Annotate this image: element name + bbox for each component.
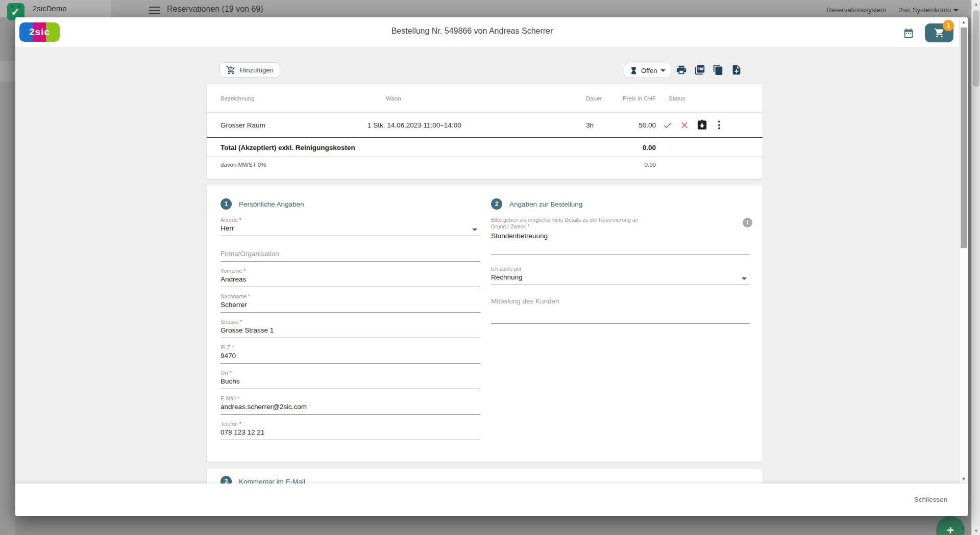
app-name: 2sicDemo xyxy=(33,4,67,13)
order-status-dropdown[interactable]: Offen xyxy=(624,63,671,78)
ort-value: Buchs xyxy=(220,377,480,389)
telefon-input[interactable]: Telefon * 078 123 12 21 xyxy=(220,421,480,440)
2sic-logo[interactable]: 2sic xyxy=(19,22,60,42)
pdf-icon xyxy=(694,64,705,75)
mitteilung-input[interactable]: Mitteilung des Kunden xyxy=(491,297,750,324)
chevron-down-icon xyxy=(660,69,666,72)
strasse-input[interactable]: Strasse * Grosse Strasse 1 xyxy=(220,319,480,338)
ort-label: Ort * xyxy=(220,370,480,376)
table-row: Grosser Raum 1 Stk. 14.06.2023 11:00–14:… xyxy=(207,113,763,138)
chevron-down-icon xyxy=(953,9,959,12)
background-right-strip xyxy=(968,17,971,535)
scroll-up-icon[interactable]: ▲ xyxy=(972,2,980,7)
item-name: Grosser Raum xyxy=(220,121,265,129)
personal-data-section: 1 Persönliche Angaben Anrede * Herr Firm… xyxy=(220,198,480,446)
nachname-label: Nachname * xyxy=(220,293,480,300)
grund-hint-line2: Grund / Zweck * xyxy=(491,223,750,230)
background-scroll-down-icon[interactable]: ▼ xyxy=(961,526,965,531)
calendar-icon[interactable] xyxy=(903,28,914,39)
vorname-value: Andreas xyxy=(220,275,480,287)
vat-row: davon MWST 0% 0.00 xyxy=(207,157,763,173)
copy-button[interactable] xyxy=(713,64,724,75)
copy-icon xyxy=(713,64,724,75)
scroll-down-icon[interactable]: ▼ xyxy=(972,528,980,533)
nachname-input[interactable]: Nachname * Scherrer xyxy=(220,293,480,313)
anrede-label: Anrede * xyxy=(220,217,480,223)
background-topbar: ✓ 2sicDemo Reservationen (19 von 69) Res… xyxy=(0,0,980,17)
firma-input[interactable]: Firma/Organisation xyxy=(220,242,480,262)
pdf-button[interactable] xyxy=(694,64,705,75)
anrede-select[interactable]: Anrede * Herr xyxy=(220,217,480,236)
add-item-label: Hinzufügen xyxy=(240,66,274,74)
strasse-value: Grosse Strasse 1 xyxy=(220,326,480,338)
total-value: 0.00 xyxy=(587,143,656,151)
item-when: 1 Stk. 14.06.2023 11:00–14:00 xyxy=(368,121,461,129)
add-shopping-cart-icon xyxy=(226,65,236,75)
anrede-value: Herr xyxy=(220,224,480,236)
zahlung-value: Rechnung xyxy=(491,273,750,285)
telefon-value: 078 123 12 21 xyxy=(220,428,480,440)
col-status: Status xyxy=(669,95,685,101)
note-add-icon xyxy=(731,64,742,75)
section-2-badge: 2 xyxy=(491,198,502,210)
grund-hint-line1: Bitte geben sie möglichst viele Details … xyxy=(491,217,750,223)
email-input[interactable]: E-Mail * andreas.scherrer@2sic.com xyxy=(220,395,480,415)
new-document-button[interactable] xyxy=(731,64,742,75)
item-price: 50.00 xyxy=(587,121,656,129)
nav-account-menu[interactable]: 2sic Systemkonto xyxy=(899,6,959,14)
close-button[interactable]: Schliessen xyxy=(907,491,954,508)
dialog-scroll-up-icon[interactable]: ▲ xyxy=(960,19,968,24)
cart-badge: 1 xyxy=(943,20,954,31)
nav-account-label: 2sic Systemkonto xyxy=(899,6,951,14)
order-form-card: 1 Persönliche Angaben Anrede * Herr Firm… xyxy=(207,185,763,462)
menu-icon[interactable] xyxy=(149,7,160,14)
section-1-title: Persönliche Angaben xyxy=(239,200,304,208)
order-details-section: 2 Angaben zur Bestellung Bitte geben sie… xyxy=(491,198,750,330)
dialog-title: Bestellung Nr. 549866 von Andreas Scherr… xyxy=(350,27,595,36)
print-button[interactable] xyxy=(676,64,687,75)
accept-check-icon[interactable] xyxy=(663,120,673,130)
email-label: E-Mail * xyxy=(220,395,480,402)
plz-value: 9470 xyxy=(220,352,480,364)
ort-input[interactable]: Ort * Buchs xyxy=(220,370,480,389)
add-item-button[interactable]: Hinzufügen xyxy=(219,62,280,78)
table-header-row: Bezeichnung Wann Dauer Preis in CHF Stat… xyxy=(207,84,763,113)
grund-zweck-input[interactable]: Bitte geben sie möglichst viele Details … xyxy=(491,217,750,254)
nachname-value: Scherrer xyxy=(220,301,480,313)
grund-value: Stundenbetreuung xyxy=(491,232,750,254)
vorname-input[interactable]: Vorname * Andreas xyxy=(220,268,480,287)
zahlung-label: Ich zahle per xyxy=(491,266,750,272)
dialog-scrollbar-thumb[interactable] xyxy=(961,28,967,248)
col-bezeichnung: Bezeichnung xyxy=(220,95,255,101)
vorname-label: Vorname * xyxy=(220,268,480,274)
plz-input[interactable]: PLZ * 9470 xyxy=(220,344,480,364)
hourglass-icon xyxy=(629,66,638,75)
reject-x-icon[interactable] xyxy=(679,120,690,130)
assignment-returned-icon[interactable] xyxy=(696,119,708,131)
chevron-down-icon xyxy=(742,277,747,280)
order-dialog: 2sic Bestellung Nr. 549866 von Andreas S… xyxy=(15,17,968,516)
total-row: Total (Akzeptiert) exkl. Reinigungskoste… xyxy=(207,138,763,157)
firma-placeholder: Firma/Organisation xyxy=(220,250,480,262)
order-items-table: Bezeichnung Wann Dauer Preis in CHF Stat… xyxy=(207,84,763,179)
dialog-scrollbar[interactable]: ▲ ▼ xyxy=(959,17,968,483)
mitteilung-placeholder: Mitteilung des Kunden xyxy=(491,297,750,324)
telefon-label: Telefon * xyxy=(220,421,480,427)
chevron-down-icon xyxy=(472,228,477,231)
page-scrollbar-thumb[interactable] xyxy=(973,10,979,87)
plus-icon: + xyxy=(947,523,954,535)
info-icon[interactable]: i xyxy=(743,218,752,227)
zahlung-select[interactable]: Ich zahle per Rechnung xyxy=(491,266,750,285)
order-status-label: Offen xyxy=(641,67,657,74)
col-wann: Wann xyxy=(386,95,401,101)
dialog-footer: Schliessen xyxy=(15,483,968,516)
row-menu-icon[interactable] xyxy=(715,120,724,130)
page-scrollbar[interactable]: ▲ ▼ xyxy=(971,0,980,535)
nav-reservationssystem-link[interactable]: Reservationssystem xyxy=(826,6,886,14)
vat-value: 0.00 xyxy=(587,162,656,168)
dialog-header: 2sic Bestellung Nr. 549866 von Andreas S… xyxy=(15,17,968,47)
background-page-title: Reservationen (19 von 69) xyxy=(167,5,263,14)
section-1-badge: 1 xyxy=(220,198,232,210)
strasse-label: Strasse * xyxy=(220,319,480,325)
dialog-scroll-down-icon[interactable]: ▼ xyxy=(960,476,968,481)
